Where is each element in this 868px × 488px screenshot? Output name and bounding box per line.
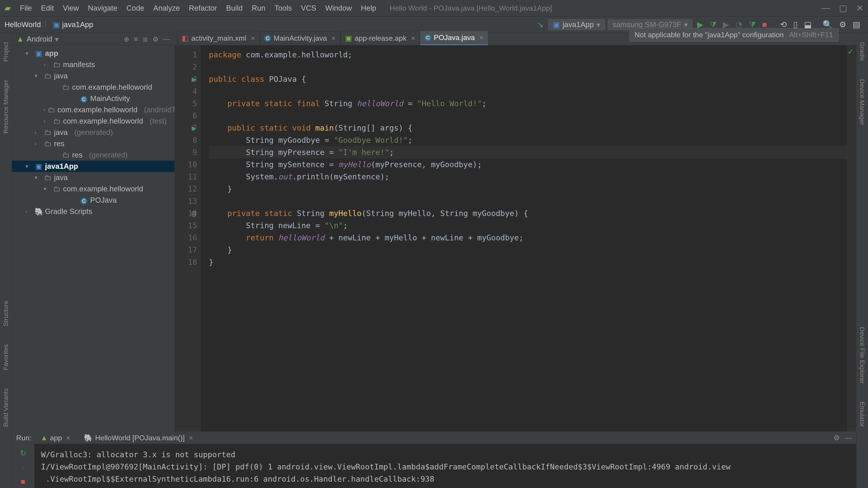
tree-java[interactable]: ▾🗀java	[12, 70, 175, 82]
hide-panel-icon[interactable]: —	[163, 35, 170, 43]
stop-icon[interactable]: ■	[21, 477, 25, 486]
expand-icon[interactable]: ≡	[134, 35, 138, 43]
menu-build[interactable]: Build	[221, 4, 247, 12]
account-icon[interactable]: ▤	[849, 20, 864, 29]
avd-manager-icon[interactable]: ▯	[790, 20, 801, 29]
tab-pojava[interactable]: C POJava.java ×	[420, 31, 488, 45]
menu-window[interactable]: Window	[321, 4, 356, 12]
collapse-icon[interactable]: ≣	[143, 35, 148, 43]
tree-app[interactable]: ▾▣app	[12, 48, 175, 59]
apply-changes-icon[interactable]: ⧩	[746, 20, 759, 29]
tree-javagen[interactable]: ›🗀java (generated)	[12, 127, 175, 138]
tool-gradle[interactable]: Gradle	[859, 37, 866, 66]
tool-project[interactable]: Project	[2, 37, 9, 66]
tool-build-variants[interactable]: Build Variants	[2, 384, 9, 431]
tree-manifests[interactable]: ›🗀manifests	[12, 59, 175, 70]
rerun-icon[interactable]: ↻	[20, 449, 26, 457]
make-project-icon[interactable]: ↘	[534, 20, 547, 29]
search-everywhere-icon[interactable]: 🔍	[819, 20, 836, 29]
right-tool-strip: Gradle Device Manager Device File Explor…	[856, 33, 868, 431]
menu-file[interactable]: File	[16, 4, 36, 12]
xml-icon: ◧	[182, 34, 188, 42]
run-gutter-icon[interactable]: ▶	[192, 122, 196, 134]
android-studio-logo-icon: ▰	[4, 3, 11, 13]
menu-code[interactable]: Code	[122, 4, 149, 12]
up-icon[interactable]: ↑	[21, 463, 25, 472]
run-panel-header: Run: ▲ app × 🐘 HelloWorld [POJava.main()…	[12, 432, 857, 444]
project-view-label[interactable]: Android	[27, 35, 53, 43]
debug-button-icon[interactable]: ⧩	[707, 20, 720, 29]
run-button-icon[interactable]: ▶	[694, 20, 707, 29]
run-label: Run:	[16, 434, 32, 442]
minimize-icon[interactable]: —	[822, 3, 830, 13]
tool-structure[interactable]: Structure	[2, 296, 9, 331]
maximize-icon[interactable]: ▢	[839, 3, 847, 13]
right-strip-lower	[856, 432, 868, 488]
tool-emulator[interactable]: Emulator	[859, 397, 866, 431]
sync-gradle-icon[interactable]: ⟲	[777, 20, 790, 29]
menu-refactor[interactable]: Refactor	[184, 4, 222, 12]
menu-view[interactable]: View	[58, 4, 84, 12]
project-tree[interactable]: ▾▣app ›🗀manifests ▾🗀java 🗀com.example.he…	[12, 45, 175, 431]
menu-analyze[interactable]: Analyze	[149, 4, 184, 12]
module-icon: ▣	[53, 20, 60, 29]
close-icon[interactable]: ×	[66, 434, 70, 442]
menu-vcs[interactable]: VCS	[296, 4, 321, 12]
menu-tools[interactable]: Tools	[270, 4, 296, 12]
run-tab-helloworld[interactable]: 🐘 HelloWorld [POJava.main()] ×	[79, 432, 197, 444]
close-window-icon[interactable]: ✕	[856, 3, 864, 13]
tree-resgen[interactable]: 🗀res (generated)	[12, 149, 175, 161]
chevron-down-icon[interactable]: ▾	[55, 35, 59, 43]
tooltip-shortcut: Alt+Shift+F11	[789, 31, 833, 39]
tree-mainactivity[interactable]: CMainActivity	[12, 93, 175, 104]
close-icon[interactable]: ×	[331, 34, 336, 42]
tool-resource-manager[interactable]: Resource Manager	[2, 75, 9, 138]
run-tab-app[interactable]: ▲ app ×	[36, 432, 75, 444]
tab-mainactivity[interactable]: C MainActivity.java ×	[260, 31, 340, 45]
menu-edit[interactable]: Edit	[36, 4, 58, 12]
tab-activity-main[interactable]: ◧ activity_main.xml ×	[177, 31, 260, 45]
gear-icon[interactable]: ⚙	[833, 433, 840, 442]
close-icon[interactable]: ×	[411, 34, 415, 42]
tree-pkg4[interactable]: ▾🗀com.example.helloworld	[12, 183, 175, 195]
sdk-manager-icon[interactable]: ⬓	[801, 20, 815, 29]
menu-run[interactable]: Run	[247, 4, 270, 12]
code-area[interactable]: package com.example.helloworld; public c…	[201, 45, 847, 431]
settings-icon[interactable]: ⚙	[836, 20, 849, 29]
menu-help[interactable]: Help	[356, 4, 381, 12]
tree-pkg1[interactable]: 🗀com.example.helloworld	[12, 82, 175, 93]
chevron-down-icon: ▾	[596, 20, 600, 29]
profile-icon[interactable]: ◔	[733, 20, 746, 29]
close-icon[interactable]: ×	[479, 33, 484, 42]
gear-icon[interactable]: ⚙	[153, 35, 159, 43]
tool-device-manager[interactable]: Device Manager	[859, 74, 866, 130]
tree-pkg3[interactable]: ›🗀com.example.helloworld (test)	[12, 116, 175, 127]
stop-button-icon[interactable]: ■	[759, 20, 770, 29]
coverage-icon[interactable]: ▶	[720, 20, 733, 29]
tree-pojava[interactable]: CPOJava	[12, 195, 175, 206]
tree-gradle[interactable]: ›🐘Gradle Scripts	[12, 206, 175, 217]
run-output[interactable]: W/Gralloc3: allocator 3.x is not support…	[34, 444, 857, 488]
device-label: samsung SM-G973F	[613, 20, 681, 29]
close-icon[interactable]: ×	[189, 434, 193, 442]
editor-body[interactable]: 12 ▶3 456 ▶7 8910111213 @14 15161718 pac…	[175, 45, 856, 431]
tool-favorites[interactable]: Favorites	[2, 340, 9, 375]
tool-device-file-explorer[interactable]: Device File Explorer	[859, 322, 866, 388]
menu-bar: ▰ File Edit View Navigate Code Analyze R…	[0, 0, 868, 17]
editor-gutter[interactable]: 12 ▶3 456 ▶7 8910111213 @14 15161718	[175, 45, 201, 431]
menu-navigate[interactable]: Navigate	[84, 4, 122, 12]
breadcrumb-module: java1App	[62, 20, 93, 29]
tree-java1app[interactable]: ▾▣java1App	[12, 161, 175, 172]
tab-apk[interactable]: ▣ app-release.apk ×	[340, 31, 420, 45]
tree-java2[interactable]: ▾🗀java	[12, 172, 175, 183]
hide-panel-icon[interactable]: —	[844, 433, 852, 442]
run-panel: Run: ▲ app × 🐘 HelloWorld [POJava.main()…	[0, 431, 868, 488]
tree-res[interactable]: ›🗀res	[12, 138, 175, 149]
tree-pkg2[interactable]: ›🗀com.example.helloworld (androidTest)	[12, 104, 175, 116]
select-file-icon[interactable]: ⊕	[124, 35, 129, 43]
breadcrumb[interactable]: HelloWorld 〉 ▣ java1App	[4, 20, 93, 30]
editor-minimap[interactable]: ✓	[847, 45, 856, 431]
run-config-dropdown[interactable]: ▣ java1App ▾	[548, 19, 605, 30]
run-gutter-icon[interactable]: ▶	[192, 73, 196, 85]
close-icon[interactable]: ×	[251, 34, 255, 42]
